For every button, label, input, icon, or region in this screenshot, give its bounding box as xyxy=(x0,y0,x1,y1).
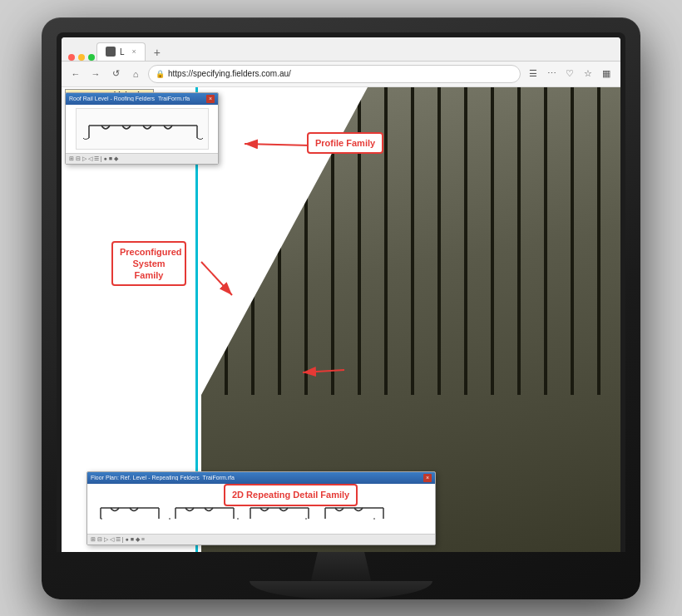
revit-top-title-bar: Roof Rail Level - Roofing Felders_TraiFo… xyxy=(66,93,218,105)
back-button[interactable]: ← xyxy=(68,67,83,81)
revit-bottom-title-buttons: × xyxy=(423,474,432,482)
address-bar[interactable]: 🔒 https://specifying.fielders.com.au/ xyxy=(148,65,521,83)
monitor-bezel: L × + ← → ↺ ⌂ 🔒 https://specifying.field… xyxy=(57,32,625,552)
revit-bottom-title-bar: Floor Plan: Ref. Level - Repeating Felde… xyxy=(87,472,435,484)
revit-top-title-text: Roof Rail Level - Roofing Felders_TraiFo… xyxy=(69,96,190,101)
refresh-button[interactable]: ↺ xyxy=(108,67,123,81)
callout-profile-family-text: Profile Family xyxy=(315,138,375,148)
sidebar-icon[interactable]: ▦ xyxy=(599,67,614,81)
revit-dialog-top[interactable]: Roof Rail Level - Roofing Felders_TraiFo… xyxy=(65,92,219,165)
window-controls xyxy=(68,54,95,61)
callout-repeating-detail-family: 2D Repeating Detail Family xyxy=(224,484,358,505)
monitor-screen: L × + ← → ↺ ⌂ 🔒 https://specifying.field… xyxy=(62,37,620,552)
bookmark-icon[interactable]: ☰ xyxy=(526,67,541,81)
stand-neck xyxy=(308,552,374,581)
revit-bottom-title-text: Floor Plan: Ref. Level - Repeating Felde… xyxy=(91,475,235,480)
callout-repeating-detail-text: 2D Repeating Detail Family xyxy=(232,490,349,500)
forward-button[interactable]: → xyxy=(88,67,103,81)
revit-top-close-btn[interactable]: × xyxy=(206,95,215,103)
content-scene: Temporary Hide/Isolate xyxy=(62,87,620,552)
browser-content: Temporary Hide/Isolate xyxy=(62,87,620,552)
revit-bottom-toolbar-text: ⊞ ⊟ ▷ ◁ ☰ | ● ■ ◆ ≡ xyxy=(91,536,145,543)
browser-nav: ← → ↺ ⌂ 🔒 https://specifying.fielders.co… xyxy=(62,62,620,87)
nav-right-buttons: ☰ ⋯ ♡ ☆ ▦ xyxy=(526,67,614,81)
minimize-dot[interactable] xyxy=(78,54,85,61)
revit-top-title-buttons: × xyxy=(206,95,215,103)
tab-close-icon[interactable]: × xyxy=(132,47,136,56)
monitor: L × + ← → ↺ ⌂ 🔒 https://specifying.field… xyxy=(42,17,640,599)
stand-base xyxy=(250,581,432,599)
tab-favicon-icon xyxy=(106,47,116,57)
lock-icon: 🔒 xyxy=(156,70,165,78)
monitor-stand xyxy=(57,552,625,599)
profile-shape-svg xyxy=(76,108,209,150)
revit-dialog-bottom[interactable]: Floor Plan: Ref. Level - Repeating Felde… xyxy=(86,471,436,545)
callout-profile-family: Profile Family xyxy=(307,132,383,154)
close-dot[interactable] xyxy=(68,54,75,61)
new-tab-button[interactable]: + xyxy=(147,44,167,61)
maximize-dot[interactable] xyxy=(88,54,95,61)
browser-tab-active[interactable]: L × xyxy=(96,42,146,61)
url-text: https://specifying.fielders.com.au/ xyxy=(168,69,513,78)
home-button[interactable]: ⌂ xyxy=(128,67,143,81)
heart-icon[interactable]: ♡ xyxy=(562,67,577,81)
revit-bottom-toolbar: ⊞ ⊟ ▷ ◁ ☰ | ● ■ ◆ ≡ xyxy=(87,534,435,545)
revit-top-toolbar: ⊞ ⊟ ▷ ◁ ☰ | ● ■ ◆ xyxy=(66,153,218,164)
browser-top: L × + xyxy=(62,37,620,62)
revit-bottom-close-btn[interactable]: × xyxy=(423,474,432,482)
callout-preconfigured-text: PreconfiguredSystem Family xyxy=(120,247,182,281)
revit-toolbar-text: ⊞ ⊟ ▷ ◁ ☰ | ● ■ ◆ xyxy=(69,155,118,162)
tab-title: L xyxy=(120,47,125,57)
menu-icon[interactable]: ⋯ xyxy=(544,67,559,81)
browser-tab-bar: L × + xyxy=(68,41,614,61)
revit-top-content xyxy=(66,105,218,153)
callout-preconfigured-system-family: PreconfiguredSystem Family xyxy=(111,241,186,287)
star-icon[interactable]: ☆ xyxy=(581,67,596,81)
